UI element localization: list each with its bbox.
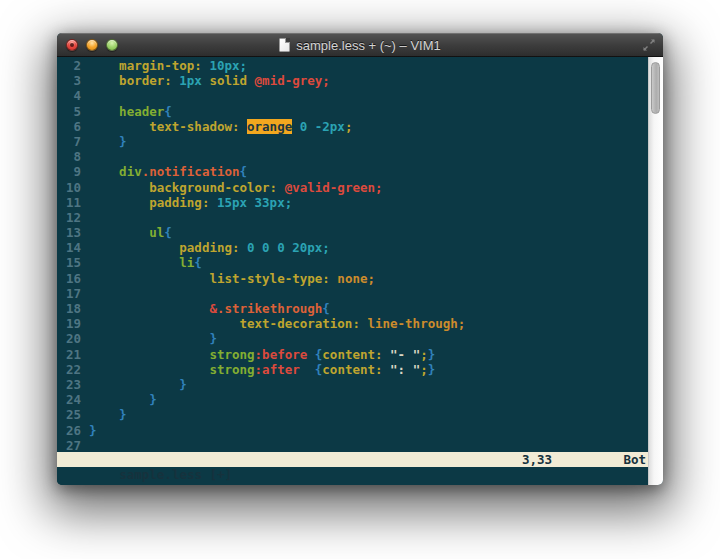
code-line: 8 bbox=[57, 149, 648, 164]
status-ruler: 3,33 bbox=[522, 452, 552, 467]
line-number: 22 bbox=[57, 362, 81, 377]
code-line: 15 li{ bbox=[57, 255, 648, 270]
code-text: background-color: @valid-green; bbox=[89, 180, 383, 195]
line-number: 13 bbox=[57, 225, 81, 240]
code-line: 18 &.strikethrough{ bbox=[57, 301, 648, 316]
code-text: } bbox=[89, 377, 187, 392]
syntax-token: } bbox=[89, 134, 127, 149]
line-number: 2 bbox=[57, 58, 81, 73]
minimize-button[interactable] bbox=[86, 39, 98, 51]
line-number: 24 bbox=[57, 392, 81, 407]
code-line: 11 padding: 15px 33px; bbox=[57, 195, 648, 210]
code-line: 25 } bbox=[57, 407, 648, 422]
line-number: 9 bbox=[57, 164, 81, 179]
code-line: 26} bbox=[57, 423, 648, 438]
syntax-token: { bbox=[164, 225, 172, 240]
syntax-token: margin-top: bbox=[89, 58, 209, 73]
syntax-token: 0 -2px bbox=[292, 119, 345, 134]
code-text: margin-top: 10px; bbox=[89, 58, 247, 73]
line-number: 27 bbox=[57, 438, 81, 452]
syntax-token: line-through; bbox=[367, 316, 465, 331]
line-number: 4 bbox=[57, 88, 81, 103]
syntax-token: } bbox=[428, 347, 436, 362]
syntax-token: border: bbox=[89, 73, 179, 88]
code-line: 10 background-color: @valid-green; bbox=[57, 180, 648, 195]
status-file-name: sample.less [+] bbox=[119, 467, 232, 482]
code-line: 5 header{ bbox=[57, 104, 648, 119]
zoom-button[interactable] bbox=[106, 39, 118, 51]
syntax-token: padding: bbox=[89, 240, 247, 255]
code-line: 3 border: 1px solid @mid-grey; bbox=[57, 73, 648, 88]
line-number: 15 bbox=[57, 255, 81, 270]
code-line: 7 } bbox=[57, 134, 648, 149]
syntax-token: { bbox=[240, 164, 248, 179]
vim-window: sample.less + (~) – VIM1 2 margin-top: 1… bbox=[57, 33, 663, 485]
line-number: 3 bbox=[57, 73, 81, 88]
code-line: 13 ul{ bbox=[57, 225, 648, 240]
code-text: header{ bbox=[89, 104, 172, 119]
status-bar: sample.less [+] 3,33 Bot bbox=[57, 452, 648, 467]
code-line: 19 text-decoration: line-through; bbox=[57, 316, 648, 331]
title-bar[interactable]: sample.less + (~) – VIM1 bbox=[57, 33, 663, 57]
code-text: padding: 15px 33px; bbox=[89, 195, 292, 210]
line-number: 16 bbox=[57, 271, 81, 286]
line-number: 21 bbox=[57, 347, 81, 362]
syntax-token: ; bbox=[345, 119, 353, 134]
syntax-token: orange bbox=[247, 119, 292, 134]
code-text: li{ bbox=[89, 255, 202, 270]
code-line: 2 margin-top: 10px; bbox=[57, 58, 648, 73]
line-number: 18 bbox=[57, 301, 81, 316]
line-number: 7 bbox=[57, 134, 81, 149]
code-text: } bbox=[89, 134, 127, 149]
syntax-token: } bbox=[89, 377, 187, 392]
code-line: 17 bbox=[57, 286, 648, 301]
traffic-lights bbox=[66, 39, 118, 51]
syntax-token: padding: bbox=[89, 195, 217, 210]
syntax-token bbox=[307, 347, 315, 362]
syntax-token: { bbox=[194, 255, 202, 270]
line-number: 14 bbox=[57, 240, 81, 255]
line-number: 6 bbox=[57, 119, 81, 134]
syntax-token: :before bbox=[255, 347, 308, 362]
code-line: 12 bbox=[57, 210, 648, 225]
code-text: div.notification{ bbox=[89, 164, 247, 179]
line-number: 17 bbox=[57, 286, 81, 301]
code-line: 4 bbox=[57, 88, 648, 103]
close-button[interactable] bbox=[66, 39, 78, 51]
line-number: 26 bbox=[57, 423, 81, 438]
syntax-token: 1px bbox=[179, 73, 202, 88]
window-title: sample.less + (~) – VIM1 bbox=[296, 38, 441, 53]
code-area[interactable]: 2 margin-top: 10px;3 border: 1px solid @… bbox=[57, 57, 648, 452]
code-text: } bbox=[89, 392, 157, 407]
syntax-token: none; bbox=[337, 271, 375, 286]
syntax-token: { bbox=[322, 301, 330, 316]
syntax-token: solid bbox=[202, 73, 255, 88]
code-line: 24 } bbox=[57, 392, 648, 407]
syntax-token bbox=[89, 301, 209, 316]
code-text: strong:after {content: ": ";} bbox=[89, 362, 435, 377]
syntax-token: } bbox=[89, 423, 97, 438]
code-text: &.strikethrough{ bbox=[89, 301, 330, 316]
code-text: } bbox=[89, 407, 127, 422]
line-number: 5 bbox=[57, 104, 81, 119]
code-line: 22 strong:after {content: ": ";} bbox=[57, 362, 648, 377]
fullscreen-icon[interactable] bbox=[642, 38, 656, 52]
syntax-token: 10px; bbox=[209, 58, 247, 73]
window-content: 2 margin-top: 10px;3 border: 1px solid @… bbox=[57, 57, 663, 485]
code-line: 16 list-style-type: none; bbox=[57, 271, 648, 286]
code-text: text-decoration: line-through; bbox=[89, 316, 465, 331]
code-line: 14 padding: 0 0 0 20px; bbox=[57, 240, 648, 255]
syntax-token: :after bbox=[255, 362, 300, 377]
syntax-token: & bbox=[209, 301, 217, 316]
syntax-token: content: bbox=[322, 347, 390, 362]
line-number: 23 bbox=[57, 377, 81, 392]
code-line: 27 bbox=[57, 438, 648, 452]
scrollbar-thumb[interactable] bbox=[651, 62, 660, 114]
syntax-token bbox=[300, 362, 315, 377]
scrollbar[interactable] bbox=[648, 57, 663, 485]
syntax-token: } bbox=[89, 392, 157, 407]
syntax-token: list-style-type: bbox=[89, 271, 337, 286]
syntax-token: ; bbox=[420, 347, 428, 362]
code-line: 9 div.notification{ bbox=[57, 164, 648, 179]
syntax-token: ul bbox=[89, 225, 164, 240]
